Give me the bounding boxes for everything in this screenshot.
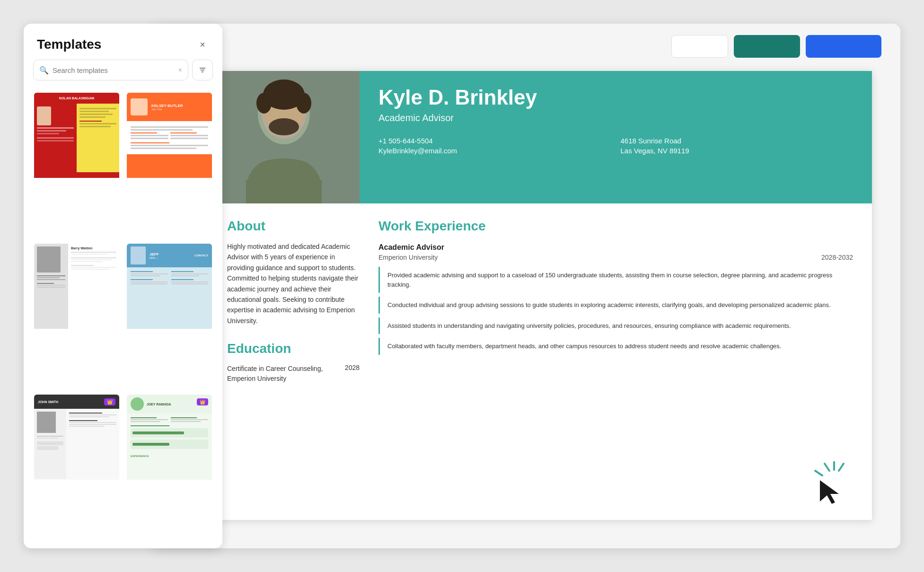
sidebar-search: 🔍 × — [24, 60, 222, 88]
bullet-3: Assisted students in understanding and n… — [378, 317, 853, 334]
resume-photo — [208, 71, 360, 203]
template-card-3[interactable]: Barry Waldon — [33, 243, 120, 388]
education-row: Certificate in Career Counseling, Emperi… — [227, 364, 360, 384]
close-button[interactable]: × — [196, 38, 209, 51]
job-company: Emperion University — [378, 254, 438, 261]
resume-address2: Las Vegas, NV 89119 — [621, 147, 854, 155]
resume-contacts: +1 505-644-5504 4618 Sunrise Road KyleBr… — [378, 137, 853, 155]
search-input-wrap: 🔍 × — [33, 60, 188, 80]
about-text: Highly motivated and dedicated Academic … — [227, 241, 360, 326]
svg-point-6 — [296, 93, 311, 114]
svg-point-7 — [269, 118, 299, 135]
templates-grid: NOLAN BALASINGAM — [24, 88, 222, 548]
resume-left-col: About Highly motivated and dedicated Aca… — [227, 219, 360, 386]
education-year: 2028 — [345, 364, 360, 371]
job-years: 2028-2032 — [821, 254, 853, 261]
filter-icon — [199, 66, 206, 74]
resume-job-title: Academic Advisor — [378, 113, 853, 123]
resume-phone: +1 505-644-5504 — [378, 137, 611, 145]
cursor-decoration — [806, 461, 862, 510]
filter-button[interactable] — [192, 60, 213, 80]
bullet-4: Collaborated with faculty members, depar… — [378, 338, 853, 355]
templates-sidebar: Templates × 🔍 × NOLA — [24, 24, 222, 548]
editor-area: Kyle D. Brinkley Academic Advisor +1 505… — [151, 24, 900, 548]
template-card-2[interactable]: KELSEY BUTLER Job Title — [126, 92, 213, 237]
bullet-2: Conducted individual and group advising … — [378, 297, 853, 314]
bullet-1: Provided academic advising and support t… — [378, 267, 853, 293]
resume-header: Kyle D. Brinkley Academic Advisor +1 505… — [208, 71, 872, 203]
svg-line-9 — [825, 464, 829, 471]
education-cert: Certificate in Career Counseling, Emperi… — [227, 364, 345, 384]
template-card-1[interactable]: NOLAN BALASINGAM — [33, 92, 120, 237]
sidebar-header: Templates × — [24, 24, 222, 60]
toolbar-btn-2[interactable] — [734, 35, 800, 58]
toolbar-btn-1[interactable] — [671, 35, 728, 58]
resume-header-info: Kyle D. Brinkley Academic Advisor +1 505… — [360, 71, 872, 203]
svg-line-11 — [839, 464, 844, 471]
svg-rect-8 — [246, 180, 322, 203]
resume-address1: 4618 Sunrise Road — [621, 137, 854, 145]
search-icon: 🔍 — [39, 66, 49, 75]
resume-email: KyleBrinkley@email.com — [378, 147, 611, 155]
job-title: Academic Advisor — [378, 243, 853, 252]
premium-badge-6: 👑 — [197, 398, 208, 405]
education-section-title: Education — [227, 341, 360, 356]
search-clear-icon[interactable]: × — [178, 66, 182, 74]
person-photo-svg — [208, 71, 360, 203]
job-bullets: Provided academic advising and support t… — [378, 267, 853, 355]
main-container: Kyle D. Brinkley Academic Advisor +1 505… — [0, 0, 924, 572]
resume-right-col: Work Experience Academic Advisor Emperio… — [378, 219, 853, 386]
job-meta: Emperion University 2028-2032 — [378, 254, 853, 261]
resume-name: Kyle D. Brinkley — [378, 86, 853, 109]
resume-body: About Highly motivated and dedicated Aca… — [208, 203, 872, 401]
template-card-6[interactable]: 👑 JOEY RAMADA — [126, 394, 213, 539]
svg-point-5 — [256, 93, 272, 114]
toolbar-btn-3[interactable] — [806, 35, 881, 58]
cursor-sparkle-svg — [806, 461, 862, 509]
work-exp-section-title: Work Experience — [378, 219, 853, 234]
resume-preview: Kyle D. Brinkley Academic Advisor +1 505… — [208, 71, 872, 520]
svg-marker-13 — [820, 480, 839, 504]
svg-line-12 — [815, 471, 822, 475]
template-card-4[interactable]: JEFF HOL... CONTACT — [126, 243, 213, 388]
premium-badge-5: 👑 — [104, 398, 115, 405]
template-card-5[interactable]: 👑 JOHN SMITH — [33, 394, 120, 539]
search-input[interactable] — [53, 66, 175, 74]
about-section-title: About — [227, 219, 360, 234]
sidebar-title: Templates — [37, 37, 101, 52]
editor-toolbar — [671, 35, 881, 58]
